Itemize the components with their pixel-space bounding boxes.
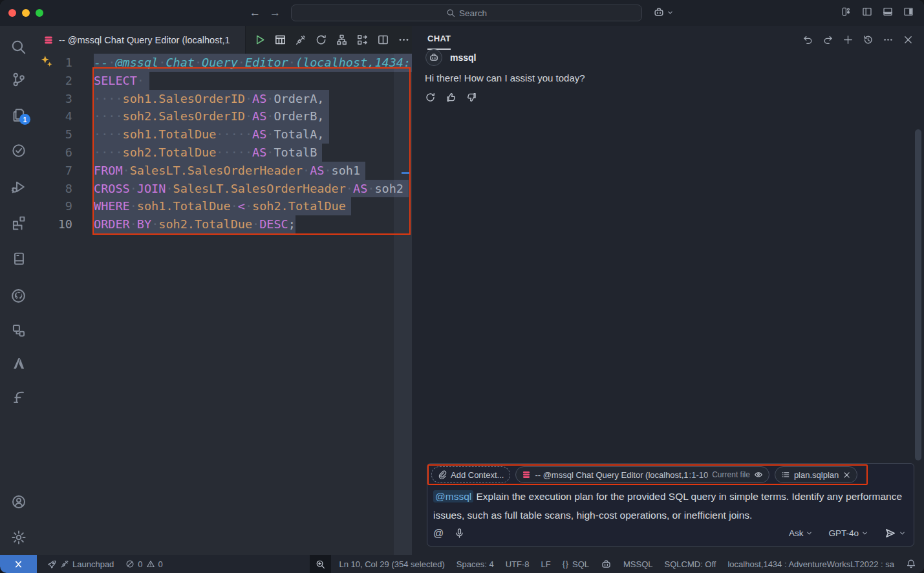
chat-message-header: mssql — [425, 49, 476, 66]
code-line[interactable]: 7FROM·SalesLT.SalesOrderHeader·AS·soh1 — [37, 162, 412, 180]
sqlcmd-label: SQLCMD: Off — [665, 559, 716, 569]
notifications-button[interactable] — [906, 559, 916, 569]
mention-icon[interactable]: @ — [433, 528, 444, 539]
editor-scrollbar[interactable] — [394, 54, 412, 555]
code-line[interactable]: 2SELECT· — [37, 72, 412, 90]
remote-icon — [14, 559, 23, 569]
model-label: GPT-4o — [828, 528, 859, 538]
cursor-position-label: Ln 10, Col 29 (354 selected) — [339, 559, 444, 569]
enable-actual-plan-icon[interactable] — [356, 34, 369, 46]
sidebar-item-testing[interactable] — [0, 138, 37, 164]
run-query-icon[interactable] — [253, 34, 266, 46]
undo-icon[interactable] — [802, 34, 813, 45]
command-center-search[interactable]: Search — [291, 5, 642, 21]
thumbs-down-icon[interactable] — [466, 92, 477, 103]
back-icon[interactable]: ← — [250, 6, 261, 19]
minimize-window-button[interactable] — [22, 9, 30, 17]
send-icon — [884, 527, 896, 539]
add-context-button[interactable]: Add Context... — [431, 466, 510, 483]
code-line[interactable]: 3····soh1.SalesOrderID·AS·OrderA, — [37, 90, 412, 108]
sqlcmd-status[interactable]: SQLCMD: Off — [665, 559, 716, 569]
sidebar-item-notebooks[interactable] — [0, 246, 37, 272]
estimated-plan-icon[interactable] — [315, 34, 327, 46]
mssql-status[interactable]: MSSQL — [623, 559, 653, 569]
toggle-panel-icon[interactable] — [883, 6, 894, 18]
copilot-menu[interactable] — [653, 6, 674, 18]
context-chip-sqlplan[interactable]: plan.sqlplan — [775, 466, 857, 483]
cursor-position-status[interactable]: Ln 10, Col 29 (354 selected) — [339, 559, 444, 569]
sidebar-item-azure[interactable] — [0, 351, 37, 376]
sidebar-item-source-control[interactable] — [0, 67, 37, 92]
settings-button[interactable] — [0, 524, 37, 550]
retry-icon[interactable] — [425, 92, 436, 103]
more-actions-icon[interactable] — [398, 34, 410, 46]
code-line[interactable]: 10ORDER·BY·soh2.TotalDue·DESC; — [37, 215, 412, 233]
launchpad-status[interactable]: Launchpad — [47, 559, 114, 569]
zoom-indicator[interactable] — [310, 555, 331, 573]
chat-scrollbar[interactable] — [915, 129, 921, 460]
split-editor-icon[interactable] — [377, 34, 389, 46]
history-icon[interactable] — [863, 34, 874, 45]
account-button[interactable] — [0, 489, 37, 515]
close-window-button[interactable] — [8, 9, 16, 17]
sidebar-item-explorer[interactable]: 1 — [0, 102, 37, 128]
paperclip-icon — [438, 470, 447, 479]
toggle-primary-sidebar-icon[interactable] — [862, 6, 874, 18]
sidebar-item-containers[interactable] — [0, 318, 37, 343]
chat-input-box[interactable]: Add Context... -- @mssql Chat Query Edit… — [427, 463, 914, 546]
code-line[interactable]: 1--·@mssql·Chat·Query·Editor·(localhost,… — [37, 54, 412, 72]
close-icon[interactable] — [903, 34, 914, 45]
results-grid-icon[interactable] — [274, 34, 286, 46]
selection-highlight: FROM·SalesLT.SalesOrderHeader·AS·soh1 — [94, 162, 365, 180]
microphone-icon[interactable] — [454, 528, 465, 539]
tab-chat[interactable]: CHAT — [427, 34, 451, 46]
query-plan-icon[interactable] — [336, 34, 348, 46]
new-chat-icon[interactable] — [843, 34, 854, 45]
line-number: 3 — [37, 90, 94, 108]
eye-icon[interactable] — [754, 470, 763, 479]
eol-label: LF — [541, 559, 550, 569]
forward-icon[interactable]: → — [270, 6, 281, 19]
mode-picker[interactable]: Ask — [789, 528, 813, 538]
robot-icon — [429, 52, 439, 63]
toggle-secondary-sidebar-icon[interactable] — [903, 6, 915, 18]
mention-chip[interactable]: @mssql — [433, 490, 473, 503]
code-lines[interactable]: 1--·@mssql·Chat·Query·Editor·(localhost,… — [37, 54, 412, 233]
code-line[interactable]: 6····soh2.TotalDue·····AS·TotalB — [37, 144, 412, 162]
zoom-window-button[interactable] — [36, 9, 43, 17]
language-status[interactable]: {}SQL — [563, 559, 589, 569]
editor[interactable]: 1--·@mssql·Chat·Query·Editor·(localhost,… — [37, 54, 412, 555]
customize-layout-icon[interactable] — [841, 6, 853, 18]
indentation-status[interactable]: Spaces: 4 — [457, 559, 494, 569]
code-line[interactable]: 9WHERE·soh1.TotalDue·<·soh2.TotalDue — [37, 197, 412, 215]
thumbs-up-icon[interactable] — [446, 92, 457, 103]
bell-icon — [906, 559, 916, 569]
context-chip-current-file[interactable]: -- @mssql Chat Query Editor (localhost,1… — [515, 466, 769, 483]
redo-icon[interactable] — [822, 34, 833, 45]
send-button[interactable] — [884, 527, 906, 539]
chat-input-text[interactable]: @mssql Explain the execution plan for th… — [433, 487, 910, 524]
title-bar: ← → Search — [0, 0, 924, 26]
sidebar-item-search[interactable] — [0, 34, 37, 59]
code-line[interactable]: 8CROSS·JOIN·SalesLT.SalesOrderHeader·AS·… — [37, 180, 412, 198]
sidebar-item-fabric[interactable] — [0, 384, 37, 410]
more-actions-icon[interactable] — [883, 34, 894, 45]
eol-status[interactable]: LF — [541, 559, 550, 569]
copilot-status[interactable] — [601, 559, 612, 570]
code-line[interactable]: 4····soh2.SalesOrderID·AS·OrderB, — [37, 107, 412, 125]
connection-icon[interactable] — [295, 34, 306, 46]
editor-tab[interactable]: -- @mssql Chat Query Editor (localhost,1 — [37, 26, 246, 54]
close-icon[interactable] — [843, 471, 851, 479]
connection-status[interactable]: localhost,1434 : AdventureWorksLT2022 : … — [727, 559, 894, 569]
encoding-status[interactable]: UTF-8 — [506, 559, 530, 569]
problems-status[interactable]: 0 0 — [125, 559, 162, 569]
remote-indicator[interactable] — [0, 555, 37, 573]
editor-group: -- @mssql Chat Query Editor (localhost,1… — [37, 26, 412, 555]
input-controls: @ Ask GPT-4o — [433, 527, 906, 539]
sidebar-item-run-debug[interactable] — [0, 174, 37, 200]
sidebar-item-extensions[interactable] — [0, 210, 37, 235]
code-line[interactable]: 5····soh1.TotalDue·····AS·TotalA, — [37, 125, 412, 144]
model-picker[interactable]: GPT-4o — [828, 528, 868, 538]
sidebar-item-github[interactable] — [0, 283, 37, 308]
chip-file-label: -- @mssql Chat Query Editor (localhost,1 — [535, 470, 688, 480]
